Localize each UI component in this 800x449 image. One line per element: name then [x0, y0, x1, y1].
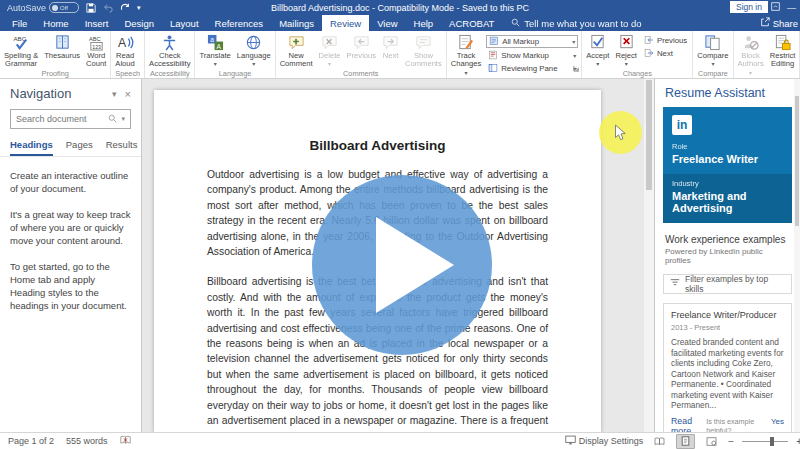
read-mode-button[interactable] — [651, 435, 668, 448]
spelling-grammar-button[interactable]: ABCSpelling &Grammar — [1, 32, 41, 69]
tab-references[interactable]: References — [207, 15, 272, 31]
tab-home[interactable]: Home — [35, 15, 76, 31]
svg-text:A: A — [216, 43, 221, 50]
search-document-input[interactable]: Search document ▾ — [10, 109, 131, 129]
check-accessibility-button[interactable]: CheckAccessibility — [146, 32, 193, 69]
redo-icon[interactable] — [120, 3, 130, 13]
search-icon[interactable] — [108, 114, 117, 125]
tab-insert[interactable]: Insert — [77, 15, 117, 31]
share-button[interactable]: Share — [760, 15, 798, 31]
card-dates: 2013 - Present — [671, 323, 784, 332]
nav-tab-results[interactable]: Results — [106, 139, 138, 156]
previous-comment-icon — [353, 34, 370, 52]
pane-options-chevron-down-icon[interactable]: ▾ — [112, 89, 117, 99]
delete-comment-icon — [321, 34, 338, 52]
delete-comment-button: Delete▾ — [316, 32, 344, 69]
read-more-link[interactable]: Read more — [671, 416, 706, 434]
web-layout-button[interactable] — [703, 435, 720, 448]
reviewing-pane-icon — [488, 63, 498, 75]
dialog-launcher-icon[interactable] — [573, 58, 580, 76]
translate-button[interactable]: aATranslate▾ — [196, 32, 233, 69]
nav-tab-pages[interactable]: Pages — [66, 139, 93, 156]
card-title: Freelance Writer/Producer — [671, 310, 784, 320]
word-count-status[interactable]: 555 words — [66, 436, 108, 446]
save-icon[interactable] — [86, 3, 96, 13]
language-icon — [245, 34, 262, 52]
spelling-grammar-icon: ABC — [13, 34, 30, 52]
zoom-slider[interactable] — [742, 441, 788, 442]
ribbon-group-label: Tracking — [448, 77, 580, 79]
new-comment-button[interactable]: NewComment — [277, 32, 316, 69]
tab-mailings[interactable]: Mailings — [271, 15, 322, 31]
page-count-status[interactable]: Page 1 of 2 — [8, 436, 54, 446]
mouse-pointer-icon — [614, 124, 627, 142]
filter-examples-button[interactable]: Filter examples by top skills — [663, 274, 792, 294]
reject-button[interactable]: Reject▾ — [612, 32, 640, 69]
autosave-state: Off — [60, 5, 68, 11]
sign-in-button[interactable]: Sign in — [730, 1, 768, 13]
document-scrollbar[interactable] — [644, 78, 654, 433]
scrollbar-thumb[interactable] — [646, 80, 652, 190]
nav-paragraph: Create an interactive outline of your do… — [10, 169, 131, 195]
restrict-editing-icon — [774, 34, 791, 52]
zoom-slider-knob[interactable] — [770, 437, 774, 446]
role-value[interactable]: Freelance Writer — [672, 153, 783, 165]
role-label: Role — [672, 142, 783, 151]
tell-me-box[interactable]: Tell me what you want to do — [502, 15, 650, 31]
restrict-editing-button[interactable]: RestrictEditing — [767, 32, 799, 69]
track-changes-button[interactable]: TrackChanges▾ — [448, 32, 484, 77]
linkedin-card: in Role Freelance Writer Industry Market… — [663, 107, 792, 223]
search-options-chevron-down-icon[interactable]: ▾ — [121, 115, 125, 123]
show-markup-dropdown[interactable]: Show Markup▾ — [486, 50, 578, 61]
panel-scrollbar[interactable] — [794, 78, 800, 433]
video-play-button[interactable] — [312, 175, 492, 355]
ribbon-display-options-icon[interactable] — [771, 2, 780, 13]
industry-value[interactable]: Marketing and Advertising — [672, 190, 783, 214]
nav-tab-headings[interactable]: Headings — [10, 139, 53, 156]
svg-text:a: a — [210, 36, 214, 43]
read-aloud-button[interactable]: AReadAloud — [112, 32, 137, 69]
markup-mode-dropdown[interactable]: All Markup▾ — [486, 35, 578, 48]
display-settings-button[interactable]: Display Settings — [565, 435, 644, 447]
tab-acrobat[interactable]: ACROBAT — [441, 15, 502, 31]
tab-design[interactable]: Design — [116, 15, 162, 31]
thesaurus-button[interactable]: Thesaurus — [41, 32, 83, 60]
compare-button[interactable]: Compare▾ — [694, 32, 731, 69]
tab-layout[interactable]: Layout — [162, 15, 207, 31]
filter-label: Filter examples by top skills — [685, 274, 785, 294]
cursor-highlight — [599, 111, 642, 154]
language-button[interactable]: Language▾ — [234, 32, 274, 69]
search-placeholder: Search document — [16, 114, 104, 124]
search-icon — [511, 18, 520, 29]
zoom-out-icon[interactable]: − — [728, 436, 734, 447]
zoom-in-icon[interactable]: + — [796, 436, 800, 447]
autosave-toggle[interactable]: AutoSave Off — [7, 2, 79, 13]
pane-close-icon[interactable]: × — [125, 88, 131, 100]
next-change-button[interactable]: Next — [642, 48, 689, 59]
word-count-button[interactable]: ABC123WordCount — [83, 32, 109, 69]
tab-view[interactable]: View — [369, 15, 405, 31]
customize-qat-icon[interactable]: ▾ — [137, 4, 141, 12]
markup-mode-icon — [489, 36, 499, 48]
ribbon-group-label: Language — [196, 69, 273, 79]
share-icon — [760, 17, 770, 29]
tab-review[interactable]: Review — [322, 15, 369, 31]
accept-button[interactable]: Accept▾ — [583, 32, 612, 69]
undo-icon[interactable] — [103, 3, 113, 13]
tab-file[interactable]: File — [4, 15, 35, 31]
navigation-pane-title: Navigation — [10, 86, 71, 101]
autosave-switch[interactable]: Off — [49, 2, 79, 13]
print-layout-button[interactable] — [676, 434, 695, 449]
tab-help[interactable]: Help — [406, 15, 442, 31]
autosave-knob — [52, 5, 58, 11]
minimize-icon[interactable]: — — [787, 3, 796, 13]
proofing-status-icon[interactable] — [120, 435, 131, 447]
navigation-pane: Navigation ▾ × Search document ▾ Heading… — [0, 78, 142, 433]
industry-label: Industry — [672, 179, 783, 188]
experience-card: Freelance Writer/Producer 2013 - Present… — [663, 303, 792, 433]
helpful-yes-link[interactable]: Yes — [771, 417, 784, 426]
reviewing-pane-dropdown[interactable]: Reviewing Pane▾ — [486, 63, 578, 74]
ribbon-group-compare: Compare▾Compare — [693, 31, 733, 78]
previous-change-button[interactable]: Previous — [642, 35, 689, 46]
ribbon-group-label: Proofing — [1, 69, 109, 79]
